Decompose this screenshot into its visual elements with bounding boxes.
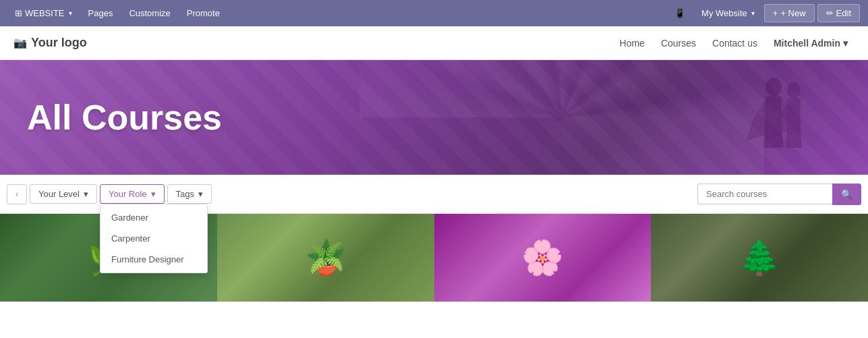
new-button[interactable]: + + New: [764, 4, 815, 22]
search-area: 🔍: [697, 184, 861, 205]
admin-toolbar: ⊞ WEBSITE ▾ Pages Customize Promote 📱 My…: [0, 0, 868, 26]
hero-banner: All Courses: [0, 60, 868, 175]
my-website-label: My Website: [701, 8, 747, 18]
search-button[interactable]: 🔍: [832, 184, 861, 205]
pencil-icon: ✏: [826, 8, 834, 18]
course-thumb-4[interactable]: [651, 214, 868, 302]
toolbar-left-group: ⊞ WEBSITE ▾ Pages Customize Promote: [8, 4, 668, 22]
carpenter-label: Carpenter: [111, 233, 150, 244]
promote-label: Promote: [187, 8, 220, 18]
pages-button[interactable]: Pages: [82, 4, 120, 22]
user-label: Mitchell Admin: [774, 38, 840, 49]
toolbar-right-group: 📱 My Website ▾ + + New ✏ Edit: [668, 4, 860, 22]
user-caret: ▾: [843, 38, 848, 49]
filter-bar: ‹ Your Level ▾ Your Role ▾ Gardener Carp…: [0, 175, 868, 214]
site-nav: 📷 Your logo Home Courses Contact us Mitc…: [0, 26, 868, 60]
role-item-carpenter[interactable]: Carpenter: [100, 228, 207, 249]
role-dropdown-wrapper: Your Role ▾ Gardener Carpenter Furniture…: [100, 184, 165, 204]
gardener-label: Gardener: [111, 213, 148, 223]
promote-button[interactable]: Promote: [180, 4, 227, 22]
mobile-view-button[interactable]: 📱: [668, 4, 692, 22]
courses-nav-link[interactable]: Courses: [654, 34, 703, 53]
level-dropdown-label: Your Level: [38, 189, 80, 199]
role-dropdown-label: Your Role: [109, 189, 147, 199]
filter-back-arrow[interactable]: ‹: [7, 184, 27, 204]
tags-caret: ▾: [198, 189, 203, 199]
hero-silhouette: [679, 67, 814, 175]
course-thumb-3[interactable]: [434, 214, 652, 302]
level-dropdown[interactable]: Your Level ▾: [30, 184, 97, 204]
role-item-gardener[interactable]: Gardener: [100, 207, 207, 228]
furniture-designer-label: Furniture Designer: [111, 254, 184, 264]
mobile-icon: 📱: [674, 8, 685, 18]
edit-button[interactable]: ✏ Edit: [817, 4, 860, 22]
website-label: WEBSITE: [25, 8, 65, 18]
contact-nav-link[interactable]: Contact us: [705, 34, 764, 53]
hero-title: All Courses: [27, 97, 222, 138]
edit-label: Edit: [836, 8, 851, 18]
role-dropdown-menu: Gardener Carpenter Furniture Designer: [100, 204, 208, 273]
svg-point-1: [787, 82, 801, 98]
site-nav-links: Home Courses Contact us Mitchell Admin ▾: [613, 34, 855, 53]
course-thumb-2[interactable]: [217, 214, 434, 302]
website-caret: ▾: [69, 9, 72, 17]
role-caret: ▾: [151, 189, 156, 199]
website-menu-button[interactable]: ⊞ WEBSITE ▾: [8, 4, 79, 22]
svg-point-0: [765, 78, 782, 96]
filter-bar-wrapper: ‹ Your Level ▾ Your Role ▾ Gardener Carp…: [0, 175, 868, 214]
my-website-caret: ▾: [751, 9, 755, 17]
user-menu[interactable]: Mitchell Admin ▾: [767, 34, 855, 53]
tags-dropdown[interactable]: Tags ▾: [167, 184, 212, 204]
customize-label: Customize: [129, 8, 170, 18]
site-logo-text: Your logo: [31, 36, 87, 50]
plus-icon: +: [773, 8, 778, 18]
home-nav-link[interactable]: Home: [613, 34, 652, 53]
left-arrow-icon: ‹: [16, 190, 18, 199]
my-website-button[interactable]: My Website ▾: [695, 4, 761, 22]
logo-area: 📷 Your logo: [13, 36, 613, 50]
grid-icon: ⊞: [15, 8, 22, 18]
role-item-furniture-designer[interactable]: Furniture Designer: [100, 249, 207, 270]
filter-left: ‹ Your Level ▾ Your Role ▾ Gardener Carp…: [7, 184, 697, 204]
customize-button[interactable]: Customize: [122, 4, 177, 22]
role-dropdown[interactable]: Your Role ▾: [100, 184, 165, 204]
new-label: + New: [780, 8, 805, 18]
level-caret: ▾: [84, 189, 88, 199]
search-icon: 🔍: [841, 189, 852, 200]
camera-icon: 📷: [13, 36, 27, 49]
tags-dropdown-label: Tags: [176, 189, 194, 199]
pages-label: Pages: [88, 8, 113, 18]
search-input[interactable]: [697, 184, 832, 204]
